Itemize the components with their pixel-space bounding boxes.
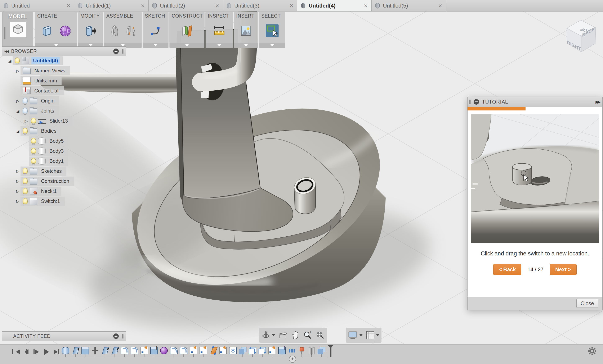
toolbar-grip[interactable] <box>4 27 6 39</box>
insert-image-icon[interactable] <box>240 24 252 38</box>
visibility-bulb-icon[interactable] <box>15 57 20 64</box>
browser-row-slider13[interactable]: ▷Slider13 <box>23 116 72 125</box>
step-forward-icon[interactable] <box>32 348 40 356</box>
timeline-feature-fillet-icon[interactable] <box>179 346 188 355</box>
sketch-dropdown[interactable] <box>143 43 168 48</box>
construct-dropdown[interactable] <box>170 43 204 48</box>
tab-close-icon[interactable]: × <box>214 2 220 9</box>
next-button[interactable]: Next > <box>550 264 577 275</box>
joint-icon[interactable] <box>109 25 121 38</box>
inspect-dropdown[interactable] <box>206 43 233 48</box>
look-at-icon[interactable] <box>278 331 288 340</box>
timeline-playhead[interactable] <box>328 345 334 351</box>
activity-feed-bar[interactable]: ACTIVITY FEED <box>2 331 126 341</box>
expand-arrow-icon[interactable]: ▷ <box>15 68 21 73</box>
tab-close-icon[interactable]: × <box>363 2 369 9</box>
view-cube[interactable]: TOP RIGHT BACK <box>563 16 599 54</box>
browser-row-origin[interactable]: ▷Origin <box>15 96 59 105</box>
model-workspace-icon[interactable] <box>10 21 26 37</box>
visibility-bulb-icon[interactable] <box>31 148 36 154</box>
browser-grip-icon[interactable] <box>122 49 124 54</box>
expand-activity-feed-icon[interactable] <box>113 333 119 339</box>
timeline-feature-extrude-icon[interactable] <box>150 346 159 355</box>
minimize-tutorial-icon[interactable] <box>474 99 479 105</box>
visibility-bulb-icon[interactable] <box>31 118 36 124</box>
timeline-feature-sketch-icon[interactable] <box>140 346 149 355</box>
sphere-icon[interactable] <box>59 24 72 38</box>
activity-feed-grip-icon[interactable] <box>122 334 124 339</box>
expand-arrow-icon[interactable]: ▷ <box>15 99 21 103</box>
collapse-arrow-icon[interactable]: ◢ <box>15 109 21 113</box>
browser-row-body3[interactable]: Body3 <box>23 146 68 156</box>
browser-row-contact-all[interactable]: Contact: all <box>15 86 64 95</box>
timeline-feature-fillet-icon[interactable] <box>120 346 129 355</box>
timeline-feature-sketch-icon[interactable] <box>267 346 277 355</box>
play-icon[interactable] <box>42 348 51 356</box>
document-tab-3[interactable]: Untitled(3)× <box>223 0 297 11</box>
timeline-feature-draft-icon[interactable] <box>100 346 109 355</box>
timeline-feature-sketch-icon[interactable] <box>199 346 208 355</box>
expand-arrow-icon[interactable]: ▷ <box>15 199 21 204</box>
window-select-icon[interactable] <box>266 24 279 38</box>
browser-row-named-views[interactable]: ▷Named Views <box>15 66 70 75</box>
visibility-bulb-icon[interactable] <box>23 178 28 184</box>
collapse-arrow-icon[interactable]: ◢ <box>15 129 21 133</box>
visibility-bulb-icon[interactable] <box>23 108 28 114</box>
collapse-arrow-icon[interactable]: ◢ <box>7 58 12 63</box>
timeline-feature-joint-icon[interactable] <box>307 346 316 355</box>
expand-arrow-icon[interactable]: ▷ <box>23 119 29 123</box>
document-tab-0[interactable]: Untitled× <box>0 0 74 11</box>
timeline-feature-fillet-icon[interactable] <box>169 346 178 355</box>
timeline-feature-sphere-icon[interactable] <box>159 346 169 355</box>
timeline-feature-pattern-icon[interactable] <box>258 346 267 355</box>
back-button[interactable]: < Back <box>493 264 521 275</box>
collapse-panel-icon[interactable]: ◀◀ <box>4 49 8 54</box>
timeline-feature-plane-icon[interactable] <box>209 346 218 355</box>
zoom-icon[interactable]: ± <box>303 331 312 340</box>
timeline-settings-gear-icon[interactable] <box>588 346 597 356</box>
step-back-icon[interactable] <box>21 348 30 356</box>
browser-row-switch-1[interactable]: ▷Switch:1 <box>15 197 65 206</box>
skip-start-icon[interactable] <box>11 348 19 356</box>
tutorial-header[interactable]: TUTORIAL ▶▶ <box>467 97 602 107</box>
browser-row-body5[interactable]: Body5 <box>23 136 68 146</box>
timeline-feature-pattern3-icon[interactable] <box>287 346 296 355</box>
tab-close-icon[interactable]: × <box>66 2 71 9</box>
timeline-feature-pin-icon[interactable] <box>297 346 306 355</box>
tab-close-icon[interactable]: × <box>437 2 443 9</box>
display-settings-icon[interactable] <box>348 331 363 340</box>
expand-arrow-icon[interactable]: ▷ <box>15 179 21 184</box>
orbit-dropdown-icon[interactable] <box>272 334 275 338</box>
visibility-bulb-icon[interactable] <box>31 158 36 164</box>
construction-plane-icon[interactable] <box>180 24 194 38</box>
close-button[interactable]: Close <box>576 299 598 308</box>
timeline-feature-cylinder-icon[interactable] <box>61 346 70 355</box>
as-built-joint-icon[interactable] <box>125 25 137 38</box>
press-pull-icon[interactable] <box>84 24 97 38</box>
visibility-bulb-icon[interactable] <box>23 188 28 194</box>
timeline-feature-sketch-icon[interactable] <box>189 346 198 355</box>
box-icon[interactable] <box>40 24 53 38</box>
browser-row-untitled-4-[interactable]: ◢Untitled(4) <box>7 56 63 65</box>
timeline-zoom-plus-icon[interactable]: + <box>289 356 296 363</box>
insert-dropdown[interactable] <box>234 43 258 48</box>
display-dropdown-icon[interactable] <box>359 334 363 338</box>
tutorial-grip-icon[interactable] <box>469 99 471 104</box>
document-tab-5[interactable]: Untitled(5)× <box>372 0 446 11</box>
timeline-feature-split-icon[interactable] <box>228 346 237 355</box>
visibility-bulb-icon[interactable] <box>23 198 28 204</box>
minimize-browser-icon[interactable] <box>113 49 119 54</box>
timeline-feature-fillet-icon[interactable] <box>130 346 139 355</box>
document-tab-2[interactable]: Untitled(2)× <box>149 0 223 11</box>
timeline-feature-combine-icon[interactable] <box>317 346 326 355</box>
timeline-feature-sketch-icon[interactable] <box>218 346 228 355</box>
fast-forward-icon[interactable]: ▶▶ <box>595 99 599 104</box>
browser-row-neck-1[interactable]: ▷Neck:1 <box>15 187 61 196</box>
browser-row-joints[interactable]: ◢Joints <box>15 106 59 115</box>
grid-dropdown-icon[interactable] <box>376 334 379 338</box>
document-tab-1[interactable]: Untitled(1)× <box>74 0 149 11</box>
tab-close-icon[interactable]: × <box>289 2 294 9</box>
grid-settings-icon[interactable] <box>366 331 379 340</box>
workspace-switcher[interactable]: MODEL <box>2 12 33 48</box>
timeline-feature-move-icon[interactable] <box>91 346 100 355</box>
